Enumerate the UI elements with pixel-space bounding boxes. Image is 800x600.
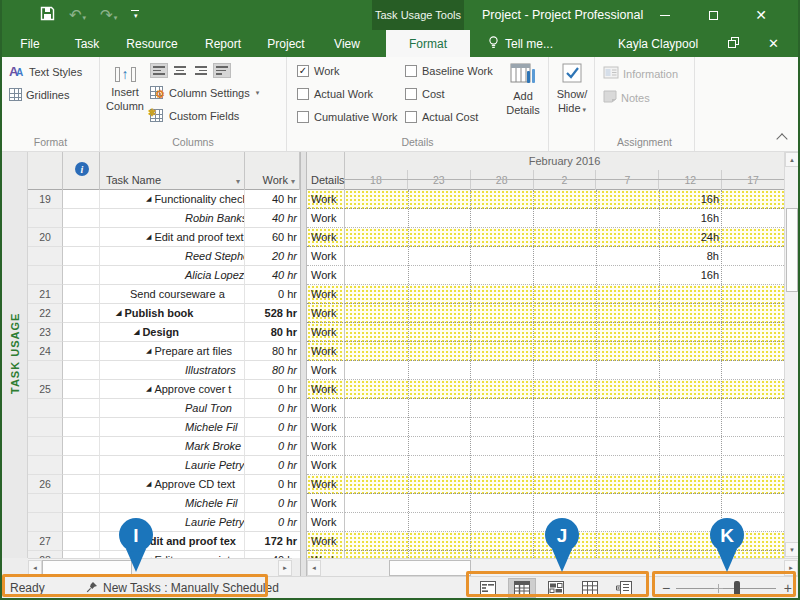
zoom-in-button[interactable]: + bbox=[784, 578, 792, 598]
wrap-text-icon[interactable] bbox=[213, 63, 231, 78]
checkbox-baseline-work[interactable]: ✓ Baseline Work bbox=[405, 65, 493, 77]
work-cell[interactable]: 80 hr bbox=[245, 361, 300, 380]
zoom-out-button[interactable]: − bbox=[662, 578, 670, 598]
scroll-left-button[interactable]: ◄ bbox=[28, 560, 42, 576]
task-name-cell[interactable]: ◢Prepare art files bbox=[100, 342, 245, 361]
timeline-cells[interactable] bbox=[345, 285, 784, 304]
tab-report[interactable]: Report bbox=[198, 30, 248, 57]
work-cell[interactable]: 0 hr bbox=[245, 437, 300, 456]
task-name-cell[interactable]: ◢Approve cover t bbox=[100, 380, 245, 399]
indicator-cell[interactable] bbox=[63, 494, 100, 513]
table-horizontal-scrollbar[interactable]: ◄ ► bbox=[28, 558, 292, 576]
work-cell[interactable]: 80 hr bbox=[245, 323, 300, 342]
timephased-row[interactable]: Work bbox=[307, 475, 784, 494]
checkbox-actual-cost[interactable]: ✓ Actual Cost bbox=[405, 111, 478, 123]
work-cell[interactable]: 528 hr bbox=[245, 304, 300, 323]
work-cell[interactable]: 0 hr bbox=[245, 494, 300, 513]
vertical-scrollbar[interactable]: ▲ ▼ bbox=[784, 152, 798, 558]
timescale-day-label[interactable]: 2 bbox=[533, 170, 596, 190]
task-name-cell[interactable]: ◢Laurie Petry bbox=[100, 456, 245, 475]
row-number-cell[interactable]: 28 bbox=[28, 551, 63, 558]
table-row[interactable]: 22 ◢Publish book 528 hr bbox=[28, 304, 300, 323]
timephased-row[interactable]: Work bbox=[307, 399, 784, 418]
timeline-cells[interactable] bbox=[345, 475, 784, 494]
row-number-cell[interactable] bbox=[28, 513, 63, 532]
zoom-slider-track[interactable] bbox=[676, 588, 776, 589]
show-hide-button[interactable]: Show/ Hide▾ bbox=[550, 62, 594, 115]
table-row[interactable]: 23 ◢Design 80 hr bbox=[28, 323, 300, 342]
task-usage-view-button[interactable] bbox=[508, 578, 536, 598]
minimize-button[interactable] bbox=[648, 0, 682, 30]
indicator-cell[interactable] bbox=[63, 532, 100, 551]
details-cell[interactable]: Work bbox=[307, 342, 345, 361]
expand-triangle-icon[interactable]: ◢ bbox=[146, 385, 151, 393]
work-cell[interactable]: 40 hr bbox=[245, 209, 300, 228]
row-number-cell[interactable] bbox=[28, 418, 63, 437]
work-cell[interactable]: 0 hr bbox=[245, 380, 300, 399]
details-cell[interactable]: Work bbox=[307, 513, 345, 532]
task-name-cell[interactable]: ◢Robin Banks bbox=[100, 209, 245, 228]
timephased-row[interactable]: Work bbox=[307, 418, 784, 437]
timephased-row[interactable]: Work 16h bbox=[307, 209, 784, 228]
task-name-cell[interactable]: ◢Send courseware a bbox=[100, 285, 245, 304]
scroll-down-button[interactable]: ▼ bbox=[785, 542, 799, 557]
row-number-cell[interactable] bbox=[28, 209, 63, 228]
notes-button[interactable]: Notes bbox=[603, 90, 650, 105]
account-name[interactable]: Kayla Claypool bbox=[618, 30, 698, 57]
task-name-cell[interactable]: ◢Functionality check bbox=[100, 190, 245, 209]
work-column-header[interactable]: Work▾ bbox=[245, 152, 300, 190]
team-planner-view-button[interactable] bbox=[542, 578, 570, 598]
task-name-cell[interactable]: ◢Approve CD text bbox=[100, 475, 245, 494]
customize-qat-button[interactable]: ▾ bbox=[131, 10, 139, 20]
indicator-cell[interactable] bbox=[63, 475, 100, 494]
indicator-cell[interactable] bbox=[63, 418, 100, 437]
details-cell[interactable]: Work bbox=[307, 209, 345, 228]
details-cell[interactable]: Work bbox=[307, 361, 345, 380]
task-name-cell[interactable]: ◢Michele Fil bbox=[100, 418, 245, 437]
gantt-chart-view-button[interactable] bbox=[474, 578, 502, 598]
table-row[interactable]: 27 ◢Edit and proof tex 172 hr bbox=[28, 532, 300, 551]
align-center-icon[interactable] bbox=[171, 63, 189, 78]
table-row[interactable]: ◢Laurie Petry 0 hr bbox=[28, 513, 300, 532]
row-number-cell[interactable] bbox=[28, 456, 63, 475]
timephased-row[interactable]: Work bbox=[307, 285, 784, 304]
table-row[interactable]: ◢Michele Fil 0 hr bbox=[28, 418, 300, 437]
table-row[interactable]: 25 ◢Approve cover t 0 hr bbox=[28, 380, 300, 399]
work-cell[interactable]: 40 hr bbox=[245, 266, 300, 285]
add-details-button[interactable]: Add Details bbox=[501, 62, 545, 117]
align-left-icon[interactable] bbox=[150, 63, 168, 78]
tell-me-box[interactable]: Tell me... bbox=[488, 30, 553, 57]
expand-triangle-icon[interactable]: ◢ bbox=[146, 233, 151, 241]
expand-triangle-icon[interactable]: ◢ bbox=[146, 347, 151, 355]
timephased-row[interactable]: Work bbox=[307, 494, 784, 513]
restore-document-window-icon[interactable] bbox=[728, 37, 740, 49]
details-cell[interactable]: Work bbox=[307, 266, 345, 285]
text-styles-button[interactable]: A A Text Styles bbox=[9, 64, 82, 79]
row-number-cell[interactable]: 19 bbox=[28, 190, 63, 209]
details-cell[interactable]: Work bbox=[307, 323, 345, 342]
indicator-cell[interactable] bbox=[63, 209, 100, 228]
work-cell[interactable]: 20 hr bbox=[245, 247, 300, 266]
tab-resource[interactable]: Resource bbox=[120, 30, 184, 57]
timescale-day-label[interactable]: 28 bbox=[470, 170, 533, 190]
indicator-cell[interactable] bbox=[63, 247, 100, 266]
collapse-ribbon-icon[interactable] bbox=[776, 133, 787, 144]
indicator-cell[interactable] bbox=[63, 551, 100, 558]
checkbox-cost[interactable]: ✓ Cost bbox=[405, 88, 445, 100]
save-icon[interactable] bbox=[40, 6, 55, 25]
table-row[interactable]: 20 ◢Edit and proof text 60 hr bbox=[28, 228, 300, 247]
timeline-cells[interactable] bbox=[345, 323, 784, 342]
zoom-slider-handle[interactable] bbox=[734, 581, 740, 596]
row-number-cell[interactable] bbox=[28, 437, 63, 456]
timescale-day-label[interactable]: 12 bbox=[658, 170, 721, 190]
row-number-cell[interactable] bbox=[28, 494, 63, 513]
details-cell[interactable]: Work bbox=[307, 399, 345, 418]
details-cell[interactable]: Work bbox=[307, 285, 345, 304]
timephased-row[interactable]: Work bbox=[307, 380, 784, 399]
task-name-cell[interactable]: ◢Illustrators bbox=[100, 361, 245, 380]
timeline-cells[interactable] bbox=[345, 304, 784, 323]
tab-task[interactable]: Task bbox=[66, 30, 108, 57]
gridlines-button[interactable]: Gridlines bbox=[9, 88, 69, 101]
indicator-cell[interactable] bbox=[63, 380, 100, 399]
column-settings-button[interactable]: ⚙ Column Settings▾ bbox=[150, 86, 259, 100]
